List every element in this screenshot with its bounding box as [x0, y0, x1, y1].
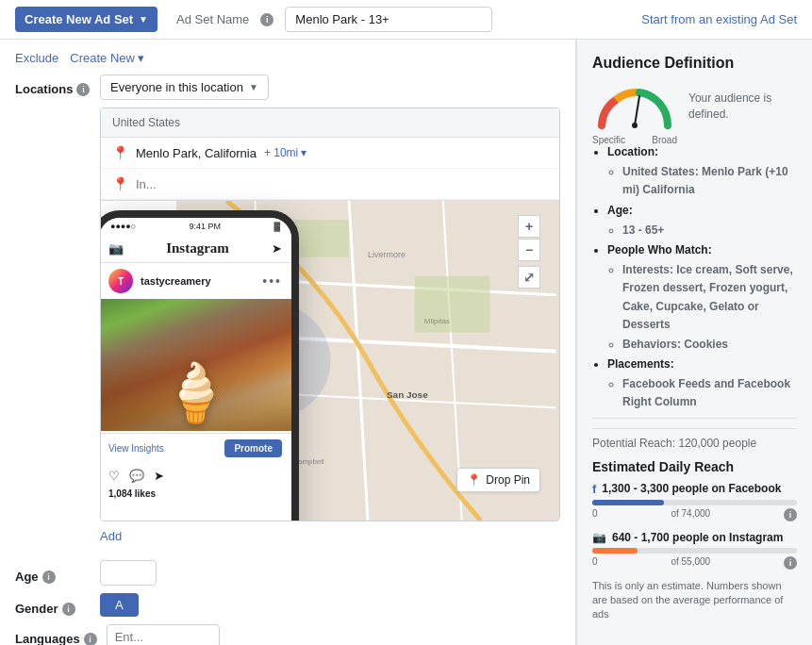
audience-location-value: United States: Menlo Park (+10 mi) Calif…	[622, 163, 797, 199]
audience-placements-value: Facebook Feeds and Facebook Right Column	[622, 375, 797, 411]
age-info-icon[interactable]: i	[42, 571, 56, 584]
languages-info-icon[interactable]: i	[84, 633, 97, 646]
pin-icon: 📍	[467, 473, 481, 487]
facebook-reach-bar-fill	[592, 500, 664, 505]
signal-icon: ●●●●○	[110, 222, 136, 231]
post-likes: 1,084 likes	[100, 488, 291, 499]
pin-icon: 📍	[112, 145, 128, 160]
gauge-container: Specific Broad	[592, 83, 677, 130]
audience-behaviors-value: Behaviors: Cookies	[622, 336, 797, 354]
gauge-labels: Specific Broad	[592, 135, 677, 145]
instagram-reach-bar-bg	[592, 548, 797, 554]
audience-details: Location: United States: Menlo Park (+10…	[592, 143, 797, 412]
gender-row: Gender i A	[15, 593, 560, 617]
ig-reach-min: 0	[592, 556, 598, 570]
facebook-reach-range: 1,300 - 3,300 people on Facebook	[602, 482, 781, 495]
audience-age-value: 13 - 65+	[622, 222, 797, 240]
map-phone-area: Livermore Milpitas San Jose Campbell Los…	[101, 200, 559, 521]
left-panel: Exclude Create New ▾ Locations i Everyon…	[0, 40, 576, 645]
svg-point-16	[632, 123, 638, 128]
audience-detail-people: People Who Match: Interests: Ice cream, …	[607, 241, 797, 354]
right-panel: Audience Definition	[576, 40, 812, 645]
view-insights-link[interactable]: View Insights	[108, 443, 164, 454]
camera-icon: 📷	[108, 241, 124, 256]
fullscreen-button[interactable]: ⤢	[518, 266, 540, 289]
languages-label: Languages i	[15, 624, 97, 645]
fb-reach-info-icon[interactable]: i	[784, 508, 797, 521]
send-icon: ➤	[272, 241, 282, 256]
audience-detail-placements: Placements: Facebook Feeds and Facebook …	[607, 356, 797, 412]
create-new-dropdown[interactable]: Create New ▾	[70, 51, 144, 65]
languages-row: Languages i	[15, 624, 560, 645]
reach-note: This is only an estimate. Numbers shown …	[592, 579, 797, 622]
facebook-reach-item: f 1,300 - 3,300 people on Facebook 0 of …	[592, 482, 797, 521]
zoom-out-button[interactable]: −	[518, 239, 540, 261]
action-row: Exclude Create New ▾	[15, 51, 560, 65]
facebook-icon: f	[592, 482, 596, 496]
locations-controls: Everyone in this location ▼ United State…	[100, 74, 560, 551]
gauge-specific-label: Specific	[592, 135, 625, 145]
location-distance[interactable]: + 10mi ▾	[264, 146, 307, 159]
svg-rect-7	[292, 220, 349, 257]
like-icon[interactable]: ♡	[108, 469, 120, 483]
divider	[592, 418, 797, 419]
audience-detail-age: Age: 13 - 65+	[607, 202, 797, 240]
adset-name-info-icon[interactable]: i	[260, 13, 273, 26]
post-image: 🍦	[100, 299, 291, 431]
instagram-logo: Instagram	[166, 240, 229, 256]
adset-name-input[interactable]	[285, 7, 492, 32]
promote-bar: View Insights Promote	[100, 433, 291, 463]
location-search-item: 📍	[101, 169, 559, 200]
instagram-nav: 📷 Instagram ➤	[100, 235, 291, 263]
post-actions: ♡ 💬 ➤	[100, 463, 291, 488]
zoom-in-button[interactable]: +	[518, 215, 540, 238]
comment-icon[interactable]: 💬	[129, 469, 144, 483]
location-item: 📍 Menlo Park, California + 10mi ▾	[101, 138, 559, 169]
chevron-down-icon: ▾	[138, 51, 144, 65]
svg-text:Livermore: Livermore	[368, 250, 406, 259]
post-avatar: T	[108, 269, 133, 293]
gauge-area: Specific Broad Your audience is defined.	[592, 83, 797, 130]
ig-reach-info-icon[interactable]: i	[784, 556, 797, 570]
drop-pin-button[interactable]: 📍 Drop Pin	[456, 468, 540, 492]
ig-reach-max: of 55,000	[671, 556, 710, 570]
age-input[interactable]: 1	[100, 560, 157, 586]
gender-all-button[interactable]: A	[100, 593, 139, 617]
location-country: United States	[101, 108, 559, 138]
locations-label: Locations i	[15, 74, 91, 96]
main-layout: Exclude Create New ▾ Locations i Everyon…	[0, 40, 812, 645]
svg-text:San Jose: San Jose	[387, 389, 428, 400]
more-options-icon[interactable]: •••	[262, 273, 282, 289]
languages-input[interactable]	[107, 624, 220, 645]
create-new-adset-button[interactable]: Create New Ad Set ▼	[15, 7, 157, 32]
instagram-reach-bar-fill	[592, 548, 638, 554]
potential-reach-value: 120,000 people	[678, 437, 756, 450]
audience-defined-text: Your audience is defined.	[688, 91, 797, 123]
potential-reach-label: Potential Reach:	[592, 437, 675, 450]
instagram-icon: 📷	[592, 531, 606, 544]
phone-time: 9:41 PM	[190, 222, 222, 231]
create-btn-label: Create New Ad Set	[25, 12, 133, 26]
start-from-existing-link[interactable]: Start from an existing Ad Set	[641, 12, 797, 26]
header: Create New Ad Set ▼ Ad Set Name i Start …	[0, 0, 812, 40]
gender-info-icon[interactable]: i	[62, 603, 75, 616]
share-icon[interactable]: ➤	[154, 469, 164, 483]
promote-button[interactable]: Promote	[224, 439, 282, 457]
fb-reach-max: of 74,000	[671, 508, 710, 521]
add-row: Add	[100, 521, 560, 551]
audience-title: Audience Definition	[592, 55, 797, 72]
add-location-button[interactable]: Add	[100, 529, 122, 543]
fb-reach-min: 0	[592, 508, 598, 521]
exclude-link[interactable]: Exclude	[15, 51, 58, 65]
location-type-dropdown[interactable]: Everyone in this location ▼	[100, 74, 269, 100]
phone-mockup: ●●●●○ 9:41 PM ▓ 📷 Instagram ➤	[100, 210, 299, 521]
location-search-input[interactable]	[136, 177, 548, 191]
chevron-down-icon: ▼	[139, 14, 148, 25]
post-header: T tastycreamery •••	[100, 263, 291, 299]
instagram-reach-item: 📷 640 - 1,700 people on Instagram 0 of 5…	[592, 531, 797, 570]
battery-icon: ▓	[273, 222, 280, 231]
instagram-reach-label: 📷 640 - 1,700 people on Instagram	[592, 531, 797, 544]
locations-info-icon[interactable]: i	[76, 83, 90, 96]
potential-reach: Potential Reach: 120,000 people	[592, 428, 797, 450]
adset-name-label: Ad Set Name	[176, 12, 249, 26]
